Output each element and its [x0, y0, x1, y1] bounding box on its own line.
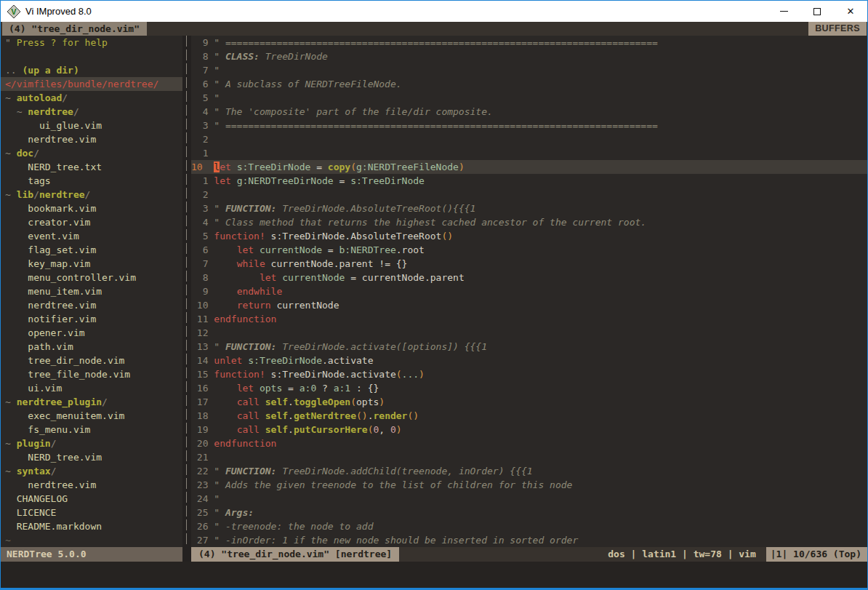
code-line[interactable]: 4 " Class method that returns the highes… [191, 215, 867, 229]
close-button[interactable]: ✕ [834, 1, 867, 22]
command-line[interactable] [1, 562, 867, 588]
code-line[interactable]: 16 let opts = a:0 ? a:1 : {} [191, 381, 867, 395]
code-line[interactable]: 23 " Adds the given treenode to the list… [191, 478, 867, 492]
code-line[interactable]: 6 " A subclass of NERDTreeFileNode. [191, 77, 867, 91]
code-line[interactable]: 2 [191, 188, 867, 202]
code-line[interactable]: 1 [191, 146, 867, 160]
code-line[interactable]: 4 " The 'composite' part of the file/dir… [191, 105, 867, 119]
tree-item[interactable]: NERD_tree.txt [1, 160, 182, 174]
tree-item[interactable]: nerdtree.vim [1, 298, 182, 312]
tree-item[interactable]: ~ nerdtree_plugin/ [1, 395, 182, 409]
tree-item[interactable]: notifier.vim [1, 312, 182, 326]
tree-item[interactable]: key_map.vim [1, 257, 182, 271]
window-split-separator[interactable] [182, 36, 191, 547]
code-line[interactable]: 5 function! s:TreeDirNode.AbsoluteTreeRo… [191, 229, 867, 243]
tree-item[interactable]: menu_item.vim [1, 284, 182, 298]
tree-item[interactable]: ~ doc/ [1, 146, 182, 160]
tree-item[interactable]: tree_dir_node.vim [1, 354, 182, 367]
code-line[interactable]: 20 endfunction [191, 436, 867, 450]
tree-item[interactable]: fs_menu.vim [1, 423, 182, 436]
tree-item[interactable]: ~ [1, 533, 182, 547]
code-line[interactable]: 13 " FUNCTION: TreeDirNode.activate([opt… [191, 340, 867, 354]
code-line-current[interactable]: 10 let s:TreeDirNode = copy(g:NERDTreeFi… [191, 160, 867, 174]
code-line[interactable]: 12 [191, 326, 867, 340]
code-line[interactable]: 24 " [191, 492, 867, 506]
code-line[interactable]: 19 call self.putCursorHere(0, 0) [191, 423, 867, 436]
code-line[interactable]: 11 endfunction [191, 312, 867, 326]
tab-tree-dir-node[interactable]: (4) "tree_dir_node.vim" [2, 22, 147, 36]
tree-item[interactable]: README.markdown [1, 519, 182, 533]
line-number: 10 [191, 162, 214, 172]
tree-item[interactable]: ~ syntax/ [1, 464, 182, 478]
tree-item[interactable]: menu_controller.vim [1, 271, 182, 284]
line-number: 22 [191, 466, 214, 477]
code-line[interactable]: 9 " ====================================… [191, 36, 867, 49]
tree-item[interactable]: ui.vim [1, 381, 182, 395]
code-line[interactable]: 8 let currentNode = currentNode.parent [191, 271, 867, 284]
code-line[interactable]: 3 " FUNCTION: TreeDirNode.AbsoluteTreeRo… [191, 202, 867, 215]
tree-item[interactable]: bookmark.vim [1, 202, 182, 215]
code-line[interactable]: 1 let g:NERDTreeDirNode = s:TreeDirNode [191, 174, 867, 188]
tree-item[interactable] [1, 49, 182, 63]
code-line[interactable]: 3 " ====================================… [191, 119, 867, 132]
code-line[interactable]: 5 " [191, 91, 867, 105]
code-line[interactable]: 7 while currentNode.parent != {} [191, 257, 867, 271]
token-file: creator.vim [5, 217, 90, 228]
status-file-info: dos | latin1 | tw=78 | vim [399, 547, 766, 562]
token-c: " ======================================… [214, 37, 657, 48]
maximize-button[interactable] [800, 1, 834, 22]
token-gray: ~ [5, 466, 17, 477]
line-number: 24 [191, 493, 214, 504]
tree-item[interactable]: NERD_tree.vim [1, 450, 182, 464]
tree-item[interactable]: tags [1, 174, 182, 188]
tree-item[interactable]: ~ plugin/ [1, 436, 182, 450]
token-i: g:NERDTreeDirNode [237, 175, 334, 186]
tree-item[interactable]: ui_glue.vim [1, 119, 182, 132]
code-line[interactable]: 14 unlet s:TreeDirNode.activate [191, 354, 867, 367]
token-dir: nerdtree_plugin [17, 396, 102, 407]
code-line[interactable]: 22 " FUNCTION: TreeDirNode.addChild(tree… [191, 464, 867, 478]
tree-item[interactable]: exec_menuitem.vim [1, 409, 182, 423]
tree-item[interactable]: opener.vim [1, 326, 182, 340]
tree-item[interactable]: path.vim [1, 340, 182, 354]
minimize-button[interactable] [767, 1, 800, 22]
code-line[interactable]: 21 [191, 450, 867, 464]
code-line[interactable]: 26 " -treenode: the node to add [191, 519, 867, 533]
tree-item-selected[interactable]: </vimfiles/bundle/nerdtree/ [1, 77, 182, 91]
code-line[interactable]: 17 call self.toggleOpen(opts) [191, 395, 867, 409]
code-line[interactable]: 6 let currentNode = b:NERDTree.root [191, 243, 867, 257]
tree-item[interactable]: ~ lib/nerdtree/ [1, 188, 182, 202]
code-line[interactable]: 9 endwhile [191, 284, 867, 298]
code-line[interactable]: 8 " CLASS: TreeDirNode [191, 49, 867, 63]
tree-item[interactable]: CHANGELOG [1, 492, 182, 506]
token-cb: Args: [225, 507, 254, 518]
nerdtree-statusline: NERDTree 5.0.0 [1, 547, 182, 562]
code-line[interactable]: 25 " Args: [191, 506, 867, 519]
token-n [214, 396, 236, 407]
token-file: nerdtree.vim [5, 134, 96, 145]
token-dir: nerdtree [28, 106, 73, 117]
code-line[interactable]: 27 " -inOrder: 1 if the new node should … [191, 533, 867, 547]
code-line[interactable]: 15 function! s:TreeDirNode.activate(...) [191, 367, 867, 381]
tree-item[interactable]: " Press ? for help [1, 36, 182, 49]
code-line[interactable]: 2 [191, 132, 867, 146]
tree-item[interactable]: .. (up a dir) [1, 63, 182, 77]
token-gray: / [62, 92, 68, 103]
token-file: menu_controller.vim [5, 272, 136, 283]
tabbar-spacer [147, 22, 808, 36]
token-k: let [237, 383, 254, 394]
code-line[interactable]: 7 " [191, 63, 867, 77]
tree-item[interactable]: tree_file_node.vim [1, 367, 182, 381]
line-number: 13 [191, 341, 214, 352]
tree-item[interactable]: creator.vim [1, 215, 182, 229]
code-line[interactable]: 10 return currentNode [191, 298, 867, 312]
tree-item[interactable]: event.vim [1, 229, 182, 243]
token-k: endfunction [214, 314, 276, 324]
tree-item[interactable]: nerdtree.vim [1, 132, 182, 146]
tree-item[interactable]: LICENCE [1, 506, 182, 519]
code-line[interactable]: 18 call self.getNerdtree().render() [191, 409, 867, 423]
tree-item[interactable]: ~ nerdtree/ [1, 105, 182, 119]
tree-item[interactable]: flag_set.vim [1, 243, 182, 257]
tree-item[interactable]: nerdtree.vim [1, 478, 182, 492]
tree-item[interactable]: ~ autoload/ [1, 91, 182, 105]
